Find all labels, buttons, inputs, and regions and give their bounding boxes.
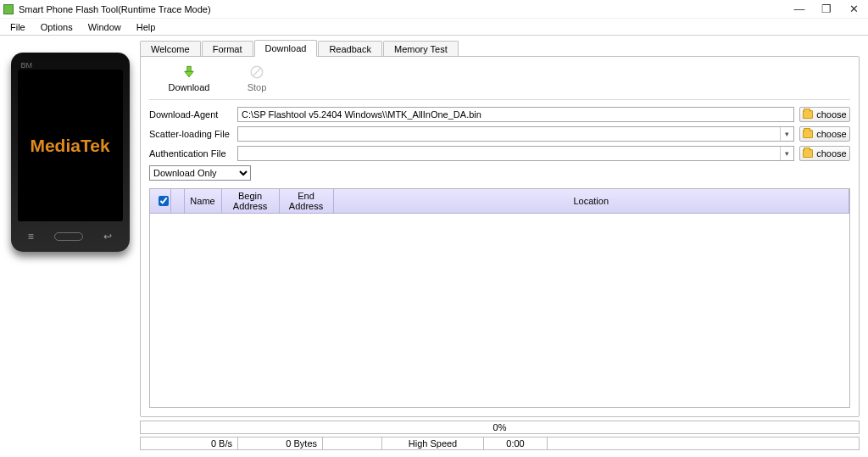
status-speed: 0 B/s	[141, 437, 238, 449]
close-button[interactable]: ✕	[848, 3, 860, 15]
download-arrow-icon	[181, 64, 198, 81]
main-area: BM MediaTek ≡ ↩ Welcome Format Download …	[0, 36, 868, 417]
col-spacer	[170, 189, 184, 214]
row-download-agent: Download-Agent choose	[149, 107, 850, 122]
menu-options[interactable]: Options	[34, 20, 80, 34]
phone-home-button	[54, 232, 83, 241]
choose-scatter-label: choose	[816, 129, 846, 139]
partition-table: Name Begin Address End Address Location	[150, 189, 849, 214]
status-connection: High Speed	[382, 437, 484, 449]
col-name[interactable]: Name	[184, 189, 221, 214]
chevron-down-icon[interactable]: ▾	[780, 127, 793, 141]
select-all-checkbox[interactable]	[159, 196, 169, 206]
choose-scatter-button[interactable]: choose	[799, 126, 850, 142]
download-agent-input[interactable]	[237, 107, 794, 122]
tab-welcome[interactable]: Welcome	[140, 41, 201, 57]
window-controls: — ❐ ✕	[793, 3, 865, 15]
tab-strip: Welcome Format Download Readback Memory …	[140, 39, 860, 56]
app-icon	[3, 4, 14, 14]
choose-auth-button[interactable]: choose	[799, 146, 850, 161]
progress-bar: 0%	[140, 421, 860, 434]
folder-icon	[803, 149, 813, 158]
download-button-label: Download	[169, 82, 210, 92]
menu-file[interactable]: File	[3, 20, 32, 34]
col-checkbox[interactable]	[150, 189, 170, 214]
phone-button-row: ≡ ↩	[18, 230, 123, 243]
tab-download[interactable]: Download	[254, 40, 318, 57]
row-auth: Authentication File ▾ choose	[149, 146, 850, 161]
stop-button[interactable]: Stop	[236, 64, 278, 92]
col-end-address[interactable]: End Address	[279, 189, 333, 214]
scatter-label: Scatter-loading File	[149, 129, 232, 139]
window-title: Smart Phone Flash Tool(Runtime Trace Mod…	[19, 4, 793, 14]
col-location[interactable]: Location	[333, 189, 849, 214]
right-pane: Welcome Format Download Readback Memory …	[140, 36, 868, 417]
phone-back-icon: ↩	[103, 231, 112, 242]
phone-screen: MediaTek	[18, 70, 123, 221]
folder-icon	[803, 110, 813, 119]
left-pane: BM MediaTek ≡ ↩	[0, 36, 140, 417]
download-mode-select[interactable]: Download Only	[149, 165, 251, 181]
title-bar: Smart Phone Flash Tool(Runtime Trace Mod…	[0, 0, 868, 19]
phone-bm-label: BM	[21, 61, 33, 70]
scatter-combo[interactable]: ▾	[237, 126, 794, 142]
tab-readback[interactable]: Readback	[318, 41, 382, 57]
phone-brand: MediaTek	[30, 136, 109, 156]
phone-menu-icon: ≡	[28, 231, 34, 242]
status-spacer2	[548, 437, 859, 449]
tab-panel-download: Download Stop Download-Agent choose	[140, 56, 860, 417]
download-agent-label: Download-Agent	[149, 109, 232, 120]
status-bar: 0 B/s 0 Bytes High Speed 0:00	[140, 437, 860, 450]
choose-da-button[interactable]: choose	[799, 107, 850, 122]
menu-window[interactable]: Window	[81, 20, 128, 34]
table-body	[150, 214, 849, 407]
tab-format[interactable]: Format	[202, 41, 253, 57]
table-header: Name Begin Address End Address Location	[150, 189, 849, 214]
download-button[interactable]: Download	[168, 64, 210, 92]
menu-bar: File Options Window Help	[0, 19, 868, 36]
action-row: Download Stop	[149, 62, 850, 100]
choose-auth-label: choose	[816, 148, 846, 159]
svg-line-2	[253, 69, 261, 76]
status-time: 0:00	[484, 437, 548, 449]
choose-da-label: choose	[816, 109, 846, 120]
status-spacer1	[323, 437, 382, 449]
auth-label: Authentication File	[149, 148, 232, 159]
row-scatter: Scatter-loading File ▾ choose	[149, 126, 850, 142]
col-begin-address[interactable]: Begin Address	[221, 189, 279, 214]
menu-help[interactable]: Help	[130, 20, 163, 34]
stop-icon	[248, 64, 265, 81]
status-bytes: 0 Bytes	[238, 437, 323, 449]
chevron-down-icon[interactable]: ▾	[780, 147, 793, 160]
row-mode: Download Only	[149, 165, 850, 181]
auth-combo[interactable]: ▾	[237, 146, 794, 161]
tab-memory-test[interactable]: Memory Test	[383, 41, 459, 57]
auth-input[interactable]	[238, 147, 780, 160]
progress-percent: 0%	[493, 421, 507, 433]
phone-preview: BM MediaTek ≡ ↩	[11, 53, 130, 252]
partition-grid: Name Begin Address End Address Location	[149, 188, 850, 408]
minimize-button[interactable]: —	[793, 3, 805, 15]
scatter-input[interactable]	[238, 127, 780, 141]
maximize-button[interactable]: ❐	[821, 3, 832, 15]
stop-button-label: Stop	[248, 82, 267, 92]
folder-icon	[803, 130, 813, 138]
